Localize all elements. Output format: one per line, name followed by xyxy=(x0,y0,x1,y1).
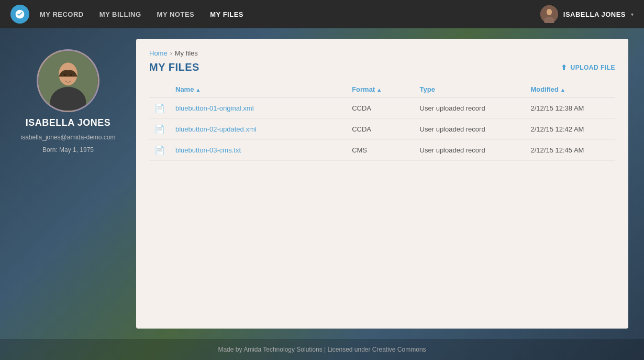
profile-sidebar: ISABELLA JONES isabella_jones@amida-demo… xyxy=(16,39,120,329)
profile-dob: Born: May 1, 1975 xyxy=(42,146,94,154)
files-header: MY FILES ⬆ UPLOAD FILE xyxy=(149,61,615,73)
svg-point-8 xyxy=(64,74,66,76)
table-header: Name▲ Format▲ Type Modified▲ xyxy=(149,81,615,98)
main-content: ISABELLA JONES isabella_jones@amida-demo… xyxy=(0,28,644,339)
breadcrumb: Home › My files xyxy=(149,49,615,57)
profile-email: isabella_jones@amida-demo.com xyxy=(21,134,116,141)
page-title: MY FILES xyxy=(149,61,199,73)
table-body: 📄bluebutton-01-original.xmlCCDAUser uplo… xyxy=(149,98,615,161)
footer-text: Made by Amida Technology Solutions | Lic… xyxy=(218,346,426,353)
upload-icon: ⬆ xyxy=(561,63,568,72)
col-header-modified[interactable]: Modified▲ xyxy=(525,81,615,98)
navbar: MY RECORD MY BILLING MY NOTES MY FILES I… xyxy=(0,0,644,28)
avatar-image xyxy=(38,50,98,111)
col-header-name[interactable]: Name▲ xyxy=(170,81,347,98)
breadcrumb-home[interactable]: Home xyxy=(149,49,168,57)
nav-my-files[interactable]: MY FILES xyxy=(210,10,243,18)
profile-avatar xyxy=(37,49,99,112)
file-type-cell: User uploaded record xyxy=(415,140,526,161)
navbar-username: ISABELLA JONES xyxy=(563,10,626,18)
col-header-type[interactable]: Type xyxy=(415,81,526,98)
svg-point-9 xyxy=(70,74,72,76)
app-logo xyxy=(10,5,29,24)
file-link[interactable]: bluebutton-02-updated.xml xyxy=(175,125,257,133)
file-modified-cell: 2/12/15 12:45 AM xyxy=(525,140,615,161)
table-row: 📄bluebutton-02-updated.xmlCCDAUser uploa… xyxy=(149,119,615,140)
file-format-cell: CCDA xyxy=(347,119,414,140)
file-link[interactable]: bluebutton-03-cms.txt xyxy=(175,146,241,154)
file-modified-cell: 2/12/15 12:38 AM xyxy=(525,98,615,119)
file-icon-cell: 📄 xyxy=(149,140,170,161)
col-header-format[interactable]: Format▲ xyxy=(347,81,414,98)
breadcrumb-current: My files xyxy=(175,49,198,57)
table-row: 📄bluebutton-03-cms.txtCMSUser uploaded r… xyxy=(149,140,615,161)
svg-point-3 xyxy=(547,9,552,15)
nav-my-record[interactable]: MY RECORD xyxy=(40,10,84,18)
user-menu[interactable]: ISABELLA JONES ▾ xyxy=(540,5,634,23)
table-row: 📄bluebutton-01-original.xmlCCDAUser uplo… xyxy=(149,98,615,119)
file-name-cell: bluebutton-02-updated.xml xyxy=(170,119,347,140)
file-link[interactable]: bluebutton-01-original.xml xyxy=(175,104,254,112)
file-document-icon: 📄 xyxy=(154,146,165,155)
file-type-cell: User uploaded record xyxy=(415,98,526,119)
breadcrumb-separator: › xyxy=(170,50,172,57)
nav-my-notes[interactable]: MY NOTES xyxy=(157,10,195,18)
upload-file-button[interactable]: ⬆ UPLOAD FILE xyxy=(561,63,615,72)
file-type-cell: User uploaded record xyxy=(415,119,526,140)
sort-name-icon: ▲ xyxy=(195,87,201,93)
col-icon xyxy=(149,81,170,98)
navbar-links: MY RECORD MY BILLING MY NOTES MY FILES xyxy=(40,10,540,18)
file-icon-cell: 📄 xyxy=(149,119,170,140)
file-modified-cell: 2/12/15 12:42 AM xyxy=(525,119,615,140)
file-document-icon: 📄 xyxy=(154,125,165,134)
files-panel: Home › My files MY FILES ⬆ UPLOAD FILE N… xyxy=(136,39,628,329)
sort-modified-icon: ▲ xyxy=(560,87,565,93)
file-format-cell: CCDA xyxy=(347,98,414,119)
sort-format-icon: ▲ xyxy=(376,87,382,93)
profile-name: ISABELLA JONES xyxy=(26,117,110,128)
upload-label: UPLOAD FILE xyxy=(571,64,616,71)
navbar-avatar xyxy=(540,5,558,23)
file-format-cell: CMS xyxy=(347,140,414,161)
files-table: Name▲ Format▲ Type Modified▲ 📄bluebutton… xyxy=(149,81,615,161)
file-icon-cell: 📄 xyxy=(149,98,170,119)
file-name-cell: bluebutton-03-cms.txt xyxy=(170,140,347,161)
file-name-cell: bluebutton-01-original.xml xyxy=(170,98,347,119)
footer: Made by Amida Technology Solutions | Lic… xyxy=(0,339,644,360)
chevron-down-icon: ▾ xyxy=(631,12,634,17)
nav-my-billing[interactable]: MY BILLING xyxy=(99,10,141,18)
file-document-icon: 📄 xyxy=(154,104,165,113)
